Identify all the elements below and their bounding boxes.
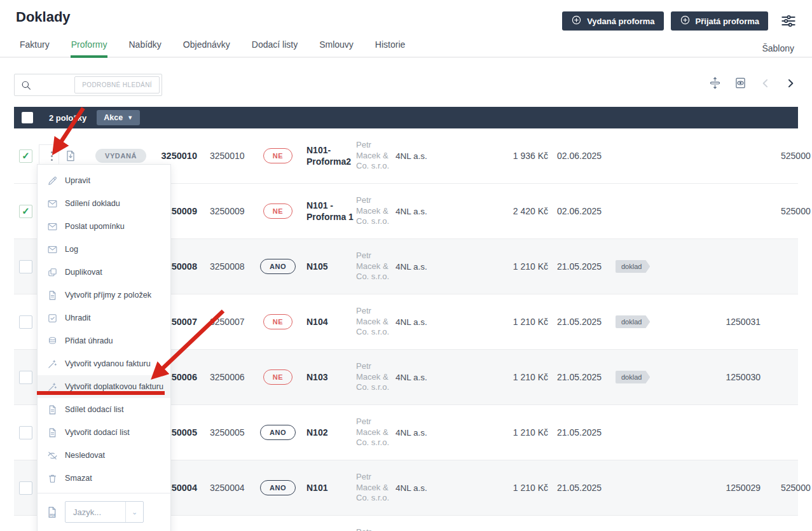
wand-icon xyxy=(47,382,58,392)
cell-number2: 3250005 xyxy=(198,405,249,460)
date-value: 21.05.2025 xyxy=(548,261,602,272)
cell-amount: 1 210 Kč xyxy=(437,350,548,404)
cell-ref: 1250030 xyxy=(655,350,764,404)
company-name: 4NL a.s. xyxy=(396,317,427,327)
cell-date: 21.05.2025 xyxy=(548,239,609,294)
menu-item-label: Sdílet dodací list xyxy=(65,405,123,414)
cell-customer: Petr Macek & Co. s.r.o. xyxy=(356,516,396,531)
document-tabs: FakturyProformyNabídkyObjednávkyDodací l… xyxy=(0,37,812,58)
menu-item[interactable]: Poslat upomínku xyxy=(38,215,170,238)
menu-item[interactable]: Sdílení dokladu xyxy=(38,192,170,215)
row-checkbox[interactable] xyxy=(19,260,32,273)
search-input[interactable] xyxy=(32,74,74,95)
cell-number2: 3250010 xyxy=(198,128,249,183)
row-checkbox[interactable] xyxy=(19,426,32,439)
cell-code: N102 xyxy=(306,405,356,460)
menu-item[interactable]: Smazat xyxy=(38,467,170,490)
menu-item[interactable]: Vytvořit příjmy z položek xyxy=(38,284,170,307)
reference-number: 525000 xyxy=(764,206,811,216)
menu-item[interactable]: Upravit xyxy=(38,169,170,192)
cell-paid: NE xyxy=(249,350,306,404)
cell-date xyxy=(548,516,609,531)
order-code: N103 xyxy=(306,371,327,383)
cell-ref2 xyxy=(764,239,798,294)
top-actions: Vydaná proforma Přijatá proforma xyxy=(562,11,797,31)
cell-code: N101 - Proforma 1 xyxy=(306,184,356,238)
tab[interactable]: Objednávky xyxy=(182,36,231,57)
menu-item[interactable]: Log xyxy=(38,238,170,261)
tab[interactable]: Dodací listy xyxy=(251,36,298,57)
cell-company: 4NL a.s. xyxy=(396,128,437,183)
row-checkbox[interactable] xyxy=(19,149,32,163)
row-checkbox[interactable] xyxy=(19,315,32,329)
tab[interactable]: Historie xyxy=(375,36,406,57)
cell-date: 21.05.2025 xyxy=(548,294,609,349)
tab-label: Nabídky xyxy=(128,39,161,50)
company-name: 4NL a.s. xyxy=(396,483,427,493)
paid-badge: ANO xyxy=(260,425,296,440)
customer-name: Petr Macek & Co. s.r.o. xyxy=(356,361,396,394)
menu-item[interactable]: Sdílet dodací list xyxy=(38,398,170,421)
cell-customer: Petr Macek & Co. s.r.o. xyxy=(356,184,396,238)
cell-amount: 1 210 Kč xyxy=(437,405,548,460)
menu-item[interactable]: Vytvořit vydanou fakturu xyxy=(38,352,170,375)
column-visibility-icon[interactable] xyxy=(734,76,747,90)
kebab-menu-icon[interactable] xyxy=(48,149,55,163)
coins-icon xyxy=(47,336,58,347)
prev-page-icon[interactable] xyxy=(759,77,772,90)
copy-icon xyxy=(47,267,58,278)
eye-off-icon xyxy=(47,450,58,461)
menu-item[interactable]: Vytvořit dodací list xyxy=(38,421,170,444)
company-name: 4NL a.s. xyxy=(396,262,427,272)
next-page-icon[interactable] xyxy=(784,77,797,90)
caret-down-icon: ▼ xyxy=(127,115,133,121)
tab[interactable]: Smlouvy xyxy=(319,36,354,57)
date-value: 21.05.2025 xyxy=(548,372,602,382)
row-checkbox[interactable] xyxy=(19,481,32,495)
cell-ref xyxy=(655,239,764,294)
language-select[interactable]: Jazyk... ⌄ xyxy=(65,501,144,523)
reference-number: 525000 xyxy=(764,151,811,161)
cell-tag xyxy=(609,460,655,515)
paid-badge: NE xyxy=(263,203,292,219)
tab[interactable]: Faktury xyxy=(19,36,50,57)
tag-badge[interactable]: doklad xyxy=(616,371,650,383)
cell-tag xyxy=(609,405,655,460)
create-proforma-button[interactable]: Vydaná proforma xyxy=(562,11,663,31)
create-proforma-button[interactable]: Přijatá proforma xyxy=(671,11,768,31)
cell-number2 xyxy=(198,516,249,531)
cell-code: N105 xyxy=(306,239,356,294)
bulk-actions-bar: 2 položky Akce ▼ xyxy=(14,107,798,128)
cell-ref2: 525000 xyxy=(764,128,798,183)
actions-dropdown-button[interactable]: Akce ▼ xyxy=(97,110,140,125)
menu-item[interactable]: Uhradit xyxy=(38,307,170,329)
tab[interactable]: Nabídky xyxy=(128,36,162,57)
paid-badge: NE xyxy=(263,314,292,329)
menu-item-label: Vytvořit příjmy z položek xyxy=(65,291,151,300)
chevron-down-icon: ⌄ xyxy=(125,502,143,522)
row-checkbox[interactable] xyxy=(19,205,32,218)
page-title: Doklady xyxy=(16,9,71,25)
menu-item[interactable]: Nesledovat xyxy=(38,444,170,467)
tag-badge[interactable]: doklad xyxy=(616,260,650,273)
row-height-icon[interactable] xyxy=(708,76,722,90)
menu-item[interactable]: Duplikovat xyxy=(38,261,170,284)
company-name: 4NL a.s. xyxy=(396,207,427,216)
document-number[interactable]: 3250010 xyxy=(162,151,198,161)
row-checkbox[interactable] xyxy=(19,371,32,384)
tag-badge[interactable]: doklad xyxy=(616,315,650,328)
export-language-row: PDF Jazyk... ⌄ xyxy=(38,493,170,530)
cell-tag: doklad xyxy=(609,350,655,404)
cell-ref2 xyxy=(764,350,798,404)
select-all-checkbox[interactable] xyxy=(22,112,33,123)
download-document-icon[interactable] xyxy=(64,149,77,162)
menu-item[interactable]: Přidat úhradu xyxy=(38,329,170,352)
tab[interactable]: Proformy xyxy=(71,36,108,57)
advanced-search-button[interactable]: PODROBNÉ HLEDÁNÍ xyxy=(74,76,160,93)
variable-symbol: 3250006 xyxy=(198,372,245,382)
wand-icon xyxy=(47,359,58,369)
cell-number2: 3250007 xyxy=(198,294,249,349)
cell-tag xyxy=(609,516,655,531)
sliders-icon[interactable] xyxy=(780,13,797,29)
cell-ref2 xyxy=(764,294,798,349)
